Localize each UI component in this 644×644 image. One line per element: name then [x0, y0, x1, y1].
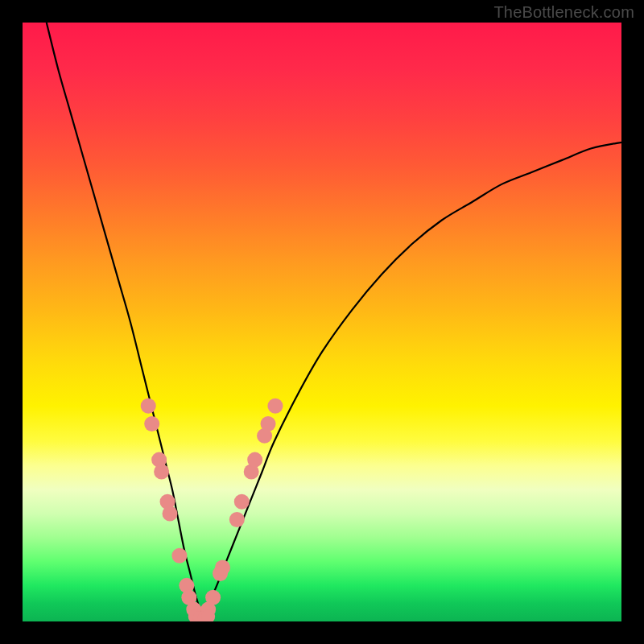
data-marker	[163, 506, 178, 522]
data-marker	[229, 512, 245, 527]
data-marker	[141, 398, 156, 414]
curve-overlay	[23, 23, 621, 621]
left-branch-curve	[47, 23, 202, 616]
data-marker	[247, 452, 262, 468]
data-marker	[144, 416, 159, 431]
data-marker	[154, 464, 169, 480]
data-marker	[261, 416, 276, 431]
data-marker	[215, 560, 230, 576]
chart-container: TheBottleneck.com	[0, 0, 644, 644]
attribution-label: TheBottleneck.com	[493, 3, 634, 22]
data-marker	[171, 548, 187, 564]
plot-area	[23, 23, 621, 621]
right-branch-curve	[202, 142, 621, 616]
data-marker	[205, 590, 221, 605]
data-marker	[234, 494, 250, 510]
data-marker	[267, 398, 283, 414]
